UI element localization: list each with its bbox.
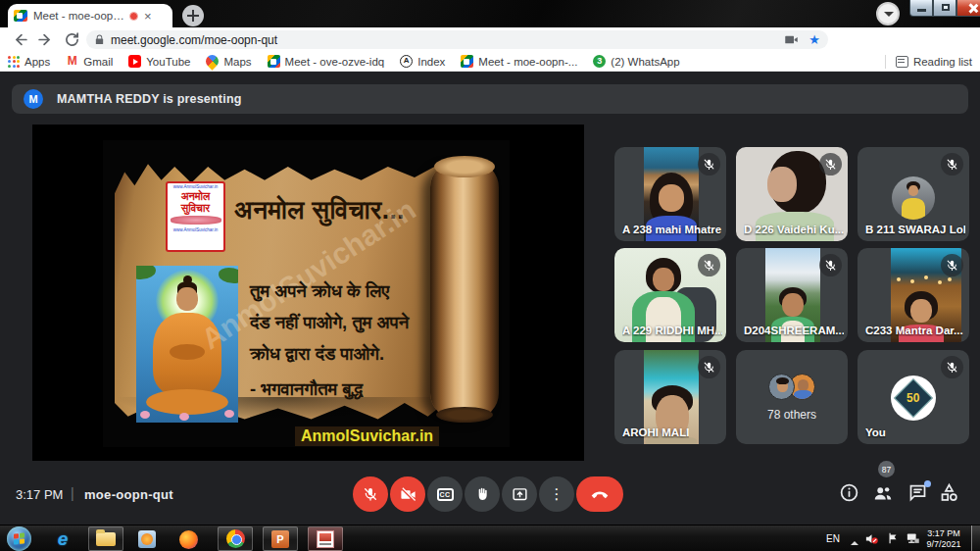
- raise-hand-button[interactable]: [465, 476, 500, 512]
- tray-volume-muted-icon[interactable]: [864, 531, 880, 547]
- participant-tile[interactable]: D 226 Vaidehi Ku...: [736, 147, 848, 241]
- browser-tab[interactable]: Meet - moe-oopn-qut ×: [8, 4, 172, 27]
- self-tile[interactable]: 50 You: [858, 350, 969, 444]
- mic-toggle-button[interactable]: [353, 476, 388, 512]
- gmail-icon: M: [66, 55, 78, 68]
- reading-list-button[interactable]: Reading list: [885, 55, 972, 69]
- chat-button[interactable]: [907, 482, 929, 504]
- browser-toolbar: meet.google.com/moe-oopn-qut ★ 50 ⋮: [0, 27, 980, 52]
- clock-date: 9/7/2021: [919, 539, 968, 550]
- participant-name: C233 Mantra Dar...: [865, 325, 963, 336]
- apps-grid-icon: [8, 56, 20, 68]
- presentation-stage[interactable]: www.AnmolSuvichar.in अनमोल सुविचार www.A…: [32, 125, 584, 461]
- whatsapp-badge-icon: 3: [593, 55, 606, 68]
- mic-off-icon: [819, 153, 842, 175]
- bookmark-youtube[interactable]: YouTube: [128, 55, 190, 68]
- buddha-image: [136, 266, 238, 423]
- end-call-button[interactable]: [576, 476, 623, 512]
- url-text: meet.google.com/moe-oopn-qut: [111, 33, 784, 47]
- youtube-icon: [128, 55, 141, 68]
- taskbar-powerpoint-icon[interactable]: P: [263, 526, 298, 551]
- show-desktop-button[interactable]: [971, 526, 980, 551]
- screen: Meet - moe-oopn-qut × meet.google.com/mo…: [0, 0, 980, 551]
- self-avatar-logo: 50: [891, 376, 936, 421]
- slide-title: अनमोल सुविचार...: [234, 195, 405, 225]
- participant-tile[interactable]: D204SHREERAM...: [736, 248, 848, 342]
- window-restore-button[interactable]: [933, 0, 956, 17]
- bookmark-index[interactable]: A Index: [400, 55, 445, 68]
- meet-favicon-icon: [14, 10, 27, 22]
- clock-time: 3:17 PM: [919, 528, 968, 539]
- bookmark-apps[interactable]: Apps: [8, 56, 50, 68]
- others-tile[interactable]: 78 others: [736, 350, 848, 444]
- presenting-banner: M MAMTHA REDDY is presenting: [12, 84, 968, 114]
- new-tab-button[interactable]: [182, 5, 204, 26]
- show-people-button[interactable]: [872, 482, 894, 504]
- present-button[interactable]: [502, 476, 537, 512]
- bookmark-meet-ove[interactable]: Meet - ove-ozve-idq: [268, 55, 385, 68]
- window-close-button[interactable]: [956, 0, 980, 17]
- start-button[interactable]: [7, 526, 31, 551]
- participant-name: A 238 mahi Mhatre: [622, 224, 721, 235]
- participant-avatar: [892, 176, 935, 220]
- bookmark-star-icon[interactable]: ★: [808, 32, 820, 47]
- tray-action-center-icon[interactable]: [886, 531, 902, 547]
- browser-tab-strip: Meet - moe-oopn-qut ×: [0, 0, 980, 27]
- window-menu-caret-button[interactable]: [876, 2, 900, 25]
- mic-off-icon: [698, 254, 720, 276]
- mic-off-icon: [941, 356, 963, 378]
- bookmark-whatsapp[interactable]: 3 (2) WhatsApp: [593, 55, 679, 68]
- meet-bottom-bar: 3:17 PM | moe-oopn-qut CC ⋮ 87: [0, 471, 980, 525]
- bookmark-meet-moe[interactable]: Meet - moe-oopn-...: [461, 55, 577, 68]
- participant-tile[interactable]: A 229 RIDDHI MH...: [614, 248, 726, 342]
- slide-site-url: AnmolSuvichar.in: [295, 426, 439, 446]
- participant-count-badge: 87: [878, 461, 895, 477]
- others-count-label: 78 others: [767, 408, 816, 422]
- tray-language[interactable]: EN: [826, 533, 840, 544]
- participant-tile[interactable]: C233 Mantra Dar...: [858, 248, 969, 342]
- meeting-details-button[interactable]: [839, 482, 860, 504]
- participant-tile[interactable]: B 211 SWARAJ Lok...: [858, 147, 969, 241]
- participant-tile[interactable]: AROHI MALI: [614, 350, 726, 444]
- taskbar-explorer-icon[interactable]: [88, 526, 123, 551]
- participant-name: B 211 SWARAJ Lok...: [865, 224, 965, 235]
- taskbar-media-player-icon[interactable]: [135, 528, 159, 550]
- back-button[interactable]: [12, 31, 28, 48]
- reload-button[interactable]: [64, 31, 80, 48]
- window-minimize-button[interactable]: [909, 0, 933, 17]
- taskbar-picture-manager-icon[interactable]: [308, 526, 343, 551]
- address-bar[interactable]: meet.google.com/moe-oopn-qut ★: [86, 30, 828, 49]
- participant-tile[interactable]: A 238 mahi Mhatre: [614, 147, 726, 241]
- camera-in-use-icon[interactable]: [784, 32, 799, 47]
- taskbar-ie-icon[interactable]: e: [51, 528, 74, 550]
- tab-title: Meet - moe-oopn-qut: [33, 10, 127, 22]
- taskbar-firefox-icon[interactable]: [176, 528, 200, 550]
- shared-slide-image: www.AnmolSuvichar.in अनमोल सुविचार www.A…: [103, 140, 510, 447]
- tab-recording-indicator-icon: [129, 12, 138, 21]
- index-icon: A: [400, 55, 413, 68]
- meeting-time: 3:17 PM: [16, 487, 63, 502]
- meeting-code: moe-oopn-qut: [84, 487, 173, 502]
- mic-off-icon: [941, 254, 963, 276]
- more-options-button[interactable]: ⋮: [539, 476, 574, 512]
- forward-button[interactable]: [37, 31, 54, 48]
- tab-close-icon[interactable]: ×: [144, 9, 152, 24]
- slide-quote: तुम अपने क्रोध के लिए दंड नहीं पाओगे, तु…: [250, 276, 446, 405]
- captions-button[interactable]: CC: [427, 476, 463, 512]
- meet-icon: [461, 55, 473, 68]
- bookmark-gmail[interactable]: M Gmail: [66, 55, 113, 68]
- participant-name: D 226 Vaidehi Ku...: [744, 224, 844, 235]
- bookmarks-bar: Apps M Gmail YouTube Maps Meet - ove-ozv…: [0, 52, 980, 72]
- activities-button[interactable]: [939, 482, 960, 504]
- mic-off-icon: [819, 254, 842, 276]
- chat-notification-dot: [924, 480, 931, 487]
- divider: [885, 55, 886, 69]
- bookmark-maps[interactable]: Maps: [206, 55, 251, 68]
- presenting-text: MAMTHA REDDY is presenting: [57, 92, 242, 106]
- divider: |: [71, 485, 74, 501]
- tray-clock[interactable]: 3:17 PM 9/7/2021: [919, 528, 968, 550]
- camera-toggle-button[interactable]: [390, 476, 425, 512]
- mic-off-icon: [698, 153, 720, 175]
- taskbar-chrome-icon[interactable]: [218, 526, 253, 551]
- tray-show-hidden-icon[interactable]: [851, 537, 858, 545]
